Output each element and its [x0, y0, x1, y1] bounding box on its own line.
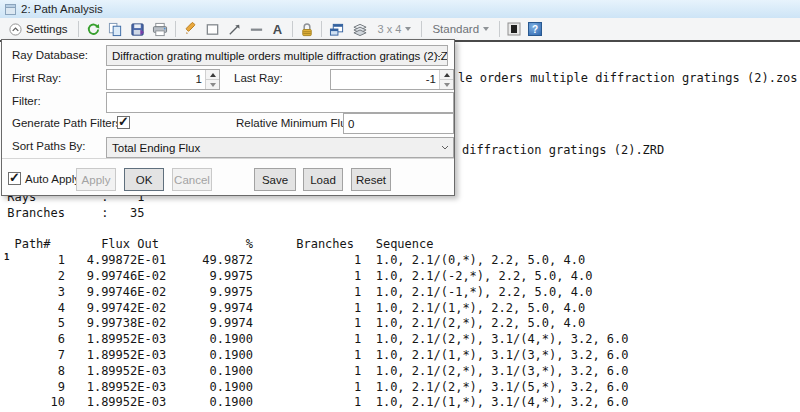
ray-database-label: Ray Database:: [12, 49, 88, 61]
save-icon: [130, 22, 145, 37]
text-annotation-button[interactable]: A: [268, 19, 288, 39]
last-ray-value: -1: [331, 70, 439, 89]
window-icon: [5, 4, 16, 15]
last-ray-label: Last Ray:: [234, 72, 283, 84]
lock-button[interactable]: [297, 19, 317, 39]
ray-database-select[interactable]: Diffraction grating multiple orders mult…: [106, 45, 448, 66]
last-ray-stepper[interactable]: -1: [330, 69, 454, 90]
spin-up-icon[interactable]: [206, 70, 219, 80]
chevron-down-icon: [483, 27, 489, 31]
toolbar-separator: [175, 21, 176, 37]
tile-windows-icon: [329, 22, 345, 37]
text-icon: A: [273, 23, 282, 36]
filter-input[interactable]: [106, 92, 454, 113]
auto-apply-label: Auto Apply: [25, 173, 80, 185]
path-analysis-output: Rays : 1 Branches : 35 Path# Flux Out % …: [0, 190, 629, 411]
tile-windows-button[interactable]: [326, 19, 348, 39]
help-icon: ?: [528, 22, 542, 36]
report-zrd-line: diffraction gratings (2).ZRD: [462, 143, 664, 157]
toolbar-separator: [499, 21, 500, 37]
arrow-annotation-button[interactable]: [224, 19, 245, 39]
settings-label: Settings: [26, 23, 68, 35]
pencil-icon: [183, 22, 198, 37]
toolbar-separator: [421, 21, 422, 37]
chevron-down-icon: [405, 27, 411, 31]
window-title: 2: Path Analysis: [21, 3, 103, 15]
standard-dropdown[interactable]: Standard: [426, 19, 495, 39]
window-titlebar: 2: Path Analysis: [0, 0, 800, 18]
first-ray-label: First Ray:: [12, 72, 61, 84]
relative-minimum-flux-input[interactable]: [343, 113, 454, 134]
layers-button[interactable]: [349, 19, 371, 39]
rectangle-annotation-button[interactable]: [202, 19, 223, 39]
copy-icon: [108, 22, 123, 37]
chevron-down-icon: [435, 53, 443, 58]
sort-paths-by-label: Sort Paths By:: [12, 140, 86, 152]
rectangle-icon: [205, 22, 220, 37]
layers-icon: [352, 22, 368, 37]
line-icon: [249, 22, 264, 37]
generate-path-filters-checkbox[interactable]: [117, 116, 130, 129]
panel-separator: [2, 158, 454, 159]
toolbar-separator: [292, 21, 293, 37]
lock-icon: [300, 22, 314, 37]
standard-label: Standard: [432, 23, 479, 35]
grid-size-dropdown[interactable]: 3 x 4: [372, 19, 418, 39]
first-ray-stepper[interactable]: 1: [106, 69, 220, 90]
settings-chevron-up-icon: [9, 23, 22, 36]
auto-apply-checkbox[interactable]: [8, 172, 21, 185]
print-icon: [152, 22, 168, 37]
spin-down-icon[interactable]: [206, 80, 219, 89]
save-settings-button[interactable]: Save: [254, 168, 296, 191]
toolbar-separator: [78, 21, 79, 37]
load-settings-button[interactable]: Load: [303, 168, 343, 191]
grid-size-label: 3 x 4: [378, 23, 402, 35]
sort-paths-by-select[interactable]: Total Ending Flux: [106, 137, 454, 158]
monitor-icon: [507, 22, 521, 36]
help-button[interactable]: ?: [525, 19, 545, 39]
report-filename-line: le orders multiple diffraction gratings …: [458, 71, 798, 85]
chevron-down-icon: [441, 145, 449, 150]
ray-database-value: Diffraction grating multiple orders mult…: [112, 50, 448, 62]
sort-paths-by-value: Total Ending Flux: [112, 142, 200, 154]
path-analysis-window: { "window": { "title": "2: Path Analysis…: [0, 0, 800, 412]
line-annotation-button[interactable]: [246, 19, 267, 39]
copy-button[interactable]: [105, 19, 126, 39]
spin-down-icon[interactable]: [440, 80, 453, 89]
print-button[interactable]: [149, 19, 171, 39]
generate-path-filters-label: Generate Path Filters: [12, 117, 121, 129]
save-button[interactable]: [127, 19, 148, 39]
refresh-icon: [86, 22, 101, 37]
filter-label: Filter:: [12, 95, 41, 107]
refresh-button[interactable]: [83, 19, 104, 39]
relative-minimum-flux-label: Relative Minimum Flux:: [236, 117, 356, 129]
ok-button[interactable]: OK: [124, 168, 164, 191]
cancel-button[interactable]: Cancel: [172, 168, 212, 191]
spin-up-icon[interactable]: [440, 70, 453, 80]
pencil-annotation-button[interactable]: [180, 19, 201, 39]
invert-colors-button[interactable]: [504, 19, 524, 39]
settings-panel: Ray Database: Diffraction grating multip…: [1, 39, 455, 196]
apply-button[interactable]: Apply: [76, 168, 116, 191]
first-ray-value: 1: [107, 70, 205, 89]
reset-settings-button[interactable]: Reset: [351, 168, 391, 191]
toolbar-separator: [321, 21, 322, 37]
arrow-icon: [227, 22, 242, 37]
settings-toggle-button[interactable]: Settings: [3, 19, 74, 39]
